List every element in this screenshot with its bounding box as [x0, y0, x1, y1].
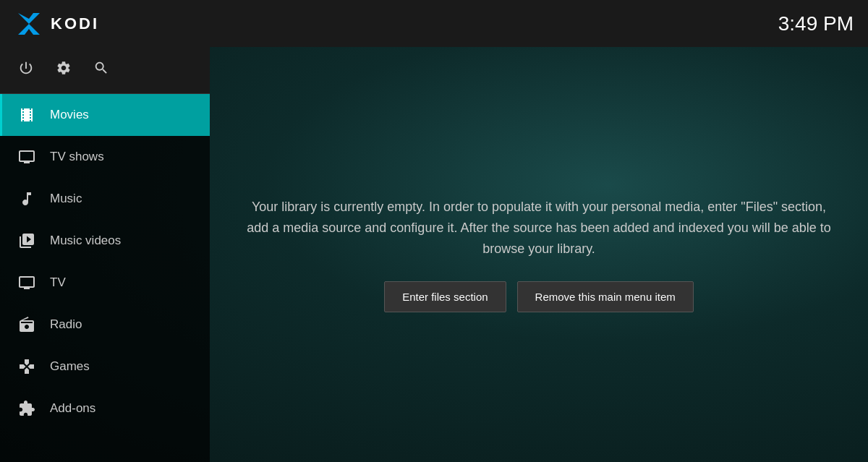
sidebar-item-music-videos[interactable]: Music videos — [0, 220, 210, 262]
app-container: KODI 3:49 PM — [0, 0, 868, 462]
sidebar-controls — [0, 47, 210, 94]
sidebar: Movies TV shows — [0, 47, 210, 462]
clock: 3:49 PM — [778, 12, 854, 35]
tv-shows-label: TV shows — [50, 150, 104, 164]
enter-files-button[interactable]: Enter files section — [384, 281, 506, 312]
sidebar-item-add-ons[interactable]: Add-ons — [0, 388, 210, 429]
logo-area: KODI — [14, 9, 99, 38]
sidebar-item-music[interactable]: Music — [0, 178, 210, 220]
kodi-logo-icon — [14, 9, 43, 38]
sidebar-item-radio[interactable]: Radio — [0, 304, 210, 346]
sidebar-item-games[interactable]: Games — [0, 346, 210, 388]
tv-shows-icon — [17, 147, 37, 167]
empty-library-panel: Your library is currently empty. In orde… — [242, 197, 835, 312]
remove-menu-item-button[interactable]: Remove this main menu item — [517, 281, 694, 312]
search-icon — [93, 60, 109, 76]
movies-icon — [17, 105, 37, 125]
music-videos-icon — [17, 231, 37, 251]
games-label: Games — [50, 359, 90, 374]
music-label: Music — [50, 192, 82, 206]
sidebar-nav: Movies TV shows — [0, 94, 210, 462]
radio-label: Radio — [50, 317, 82, 332]
sidebar-item-movies[interactable]: Movies — [0, 94, 210, 136]
sidebar-item-tv-shows[interactable]: TV shows — [0, 136, 210, 178]
music-icon — [17, 189, 37, 209]
movies-label: Movies — [50, 108, 89, 122]
music-videos-label: Music videos — [50, 234, 121, 248]
search-button[interactable] — [93, 60, 109, 80]
app-title: KODI — [51, 14, 99, 33]
main-content: Your library is currently empty. In orde… — [210, 47, 868, 462]
games-icon — [17, 356, 37, 377]
gear-icon — [56, 60, 72, 76]
tv-label: TV — [50, 275, 66, 290]
top-bar: KODI 3:49 PM — [0, 0, 868, 47]
power-button[interactable] — [18, 60, 34, 80]
action-buttons: Enter files section Remove this main men… — [242, 281, 835, 312]
empty-library-message: Your library is currently empty. In orde… — [242, 197, 835, 259]
content-area: Movies TV shows — [0, 47, 868, 462]
svg-marker-0 — [18, 13, 40, 35]
settings-button[interactable] — [56, 60, 72, 80]
add-ons-label: Add-ons — [50, 401, 95, 416]
sidebar-item-tv[interactable]: TV — [0, 262, 210, 304]
radio-icon — [17, 315, 37, 335]
add-ons-icon — [17, 398, 37, 419]
power-icon — [18, 60, 34, 76]
tv-icon — [17, 273, 37, 293]
